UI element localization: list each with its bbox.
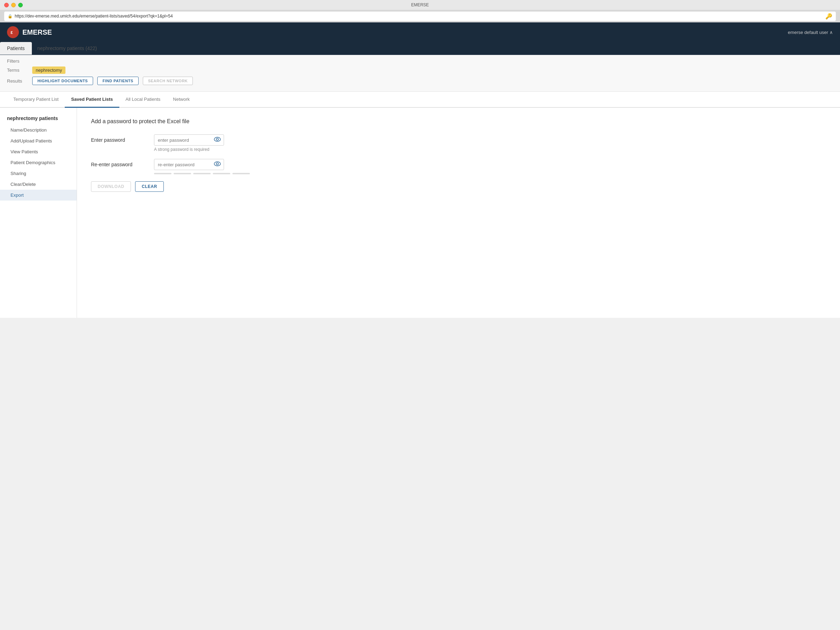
tab-patients[interactable]: Patients [0,42,32,55]
sidebar-item-sharing[interactable]: Sharing [0,168,77,179]
sidebar-item-export[interactable]: Export [0,190,77,201]
maximize-button[interactable] [18,3,23,7]
filterbar: Filters Terms nephrectomy Results HIGHLI… [0,55,840,92]
terms-row: Terms nephrectomy [7,66,833,74]
enter-password-row: Enter password A strong password is requ… [91,134,826,152]
strength-bar-3 [193,173,211,174]
brand-logo: ε [7,26,19,38]
password-strength-bars [154,173,250,174]
find-patients-button[interactable]: FIND PATIENTS [97,77,139,85]
titlebar: EMERSE [0,0,840,10]
filters-row: Filters [7,58,833,64]
term-badge[interactable]: nephrectomy [32,66,65,74]
content-area: Add a password to protect the Excel file… [77,108,840,318]
results-label: Results [7,78,28,84]
strength-bar-5 [232,173,250,174]
enter-password-label: Enter password [91,134,147,143]
reenter-password-label: Re-enter password [91,159,147,167]
svg-point-4 [216,163,218,165]
sidebar-item-add-upload-patients[interactable]: Add/Upload Patients [0,136,77,146]
svg-point-1 [214,137,221,141]
window-title: EMERSE [411,2,429,7]
enter-password-field[interactable] [154,136,211,145]
tab-temporary-patient-list[interactable]: Temporary Patient List [7,92,65,108]
strength-bar-1 [154,173,172,174]
toggle-password-visibility-icon[interactable] [211,135,224,145]
strength-bar-2 [174,173,191,174]
tabbar: Patients nephrectomy patients (422) [0,42,840,55]
window-controls[interactable] [4,3,23,7]
addressbar: 🔒 https://dev-emerse.med.umich.edu/emers… [0,10,840,22]
main-content: nephrectomy patients Name/Description Ad… [0,108,840,318]
user-label: emerse default user [788,30,828,35]
enter-password-input-container[interactable] [154,134,224,145]
sidebar-item-clear-delete[interactable]: Clear/Delete [0,179,77,190]
brand: ε EMERSE [7,26,52,38]
search-network-button: SEARCH NETWORK [143,77,193,85]
clear-button[interactable]: CLEAR [135,181,164,192]
reenter-password-field[interactable] [154,160,211,169]
results-row: Results HIGHLIGHT DOCUMENTS FIND PATIENT… [7,77,833,85]
reenter-password-input-container[interactable] [154,159,224,170]
brand-name: EMERSE [22,28,52,36]
sidebar: nephrectomy patients Name/Description Ad… [0,108,77,318]
svg-point-3 [214,162,221,166]
tab-subtitle: nephrectomy patients (422) [32,42,103,55]
sidebar-group-title: nephrectomy patients [0,112,77,125]
highlight-documents-button[interactable]: HIGHLIGHT DOCUMENTS [32,77,93,85]
url-text: https://dev-emerse.med.umich.edu/emerse/… [15,14,173,19]
enter-password-wrap: A strong password is required [154,134,224,152]
tab-all-local-patients[interactable]: All Local Patients [119,92,167,108]
sidebar-item-patient-demographics[interactable]: Patient Demographics [0,157,77,168]
export-title: Add a password to protect the Excel file [91,118,826,125]
svg-text:ε: ε [11,29,13,35]
emerse-logo-icon: ε [9,28,17,36]
download-button: DOWNLOAD [91,181,131,192]
sidebar-item-view-patients[interactable]: View Patients [0,146,77,157]
topnav: ε EMERSE emerse default user ∧ [0,22,840,42]
tab-saved-patient-lists[interactable]: Saved Patient Lists [65,92,119,108]
svg-point-2 [216,138,218,141]
terms-label: Terms [7,68,28,73]
key-icon: 🔑 [825,13,832,20]
reenter-password-row: Re-enter password [91,159,826,174]
password-hint: A strong password is required [154,147,224,152]
url-bar[interactable]: 🔒 https://dev-emerse.med.umich.edu/emers… [4,11,836,21]
close-button[interactable] [4,3,9,7]
filters-label: Filters [7,58,28,64]
lock-icon: 🔒 [8,14,13,19]
sidebar-item-name-description[interactable]: Name/Description [0,125,77,136]
reenter-password-wrap [154,159,250,174]
minimize-button[interactable] [11,3,16,7]
user-caret-icon: ∧ [829,30,833,35]
action-buttons: DOWNLOAD CLEAR [91,181,826,192]
tab-network[interactable]: Network [167,92,196,108]
toggle-reenter-password-visibility-icon[interactable] [211,159,224,170]
strength-bar-4 [213,173,230,174]
user-menu[interactable]: emerse default user ∧ [788,30,833,35]
patient-tabs: Temporary Patient List Saved Patient Lis… [0,92,840,108]
